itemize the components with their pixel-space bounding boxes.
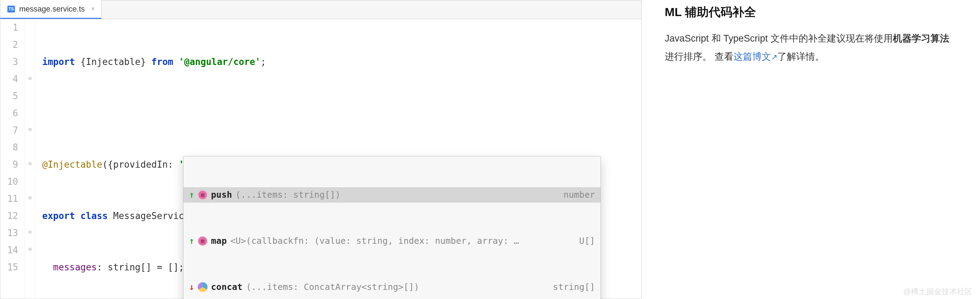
description-pane: ML 辅助代码补全 JavaScript 和 TypeScript 文件中的补全…: [642, 0, 980, 299]
ts-file-icon: TS: [6, 5, 16, 14]
rank-down-icon: ↓: [189, 280, 194, 295]
external-link-icon: ↗: [771, 53, 777, 61]
completion-item[interactable]: ↑ map<U>(callbackfn: (value: string, ind…: [183, 233, 601, 249]
line-num: 13: [0, 225, 18, 242]
blog-link[interactable]: 这篇博文↗: [733, 51, 777, 62]
line-num: 3: [0, 53, 18, 70]
completion-popup[interactable]: ↑ push(...items: string[]) number ↑ map<…: [183, 156, 601, 299]
code-body[interactable]: import {Injectable} from '@angular/core'…: [35, 19, 641, 299]
line-num: 1: [0, 19, 18, 36]
rank-up-icon: ↑: [189, 233, 194, 249]
fold-close-icon[interactable]: ⊟: [27, 160, 33, 166]
line-num: 11: [0, 190, 18, 208]
line-num: 6: [0, 105, 18, 122]
method-icon: [198, 282, 207, 292]
line-num: 2: [0, 36, 18, 53]
editor-pane: TS message.service.ts × 1 2 3 4 5 6 7 8 …: [0, 0, 642, 299]
side-body: JavaScript 和 TypeScript 文件中的补全建议现在将使用机器学…: [665, 29, 951, 66]
file-tab[interactable]: TS message.service.ts ×: [0, 0, 102, 19]
line-num: 4: [0, 70, 18, 88]
completion-item[interactable]: ↑ push(...items: string[]) number: [183, 187, 601, 203]
line-gutter: 1 2 3 4 5 6 7 8 9 10 11 12 13 14 15: [0, 19, 25, 299]
kw-import: import: [42, 57, 75, 67]
line-num: 8: [0, 139, 18, 156]
fold-column: ⊟ ⊟ ⊟ ⊟ ⊟ ⊟: [25, 19, 35, 299]
svg-text:TS: TS: [8, 6, 14, 11]
tab-bar: TS message.service.ts ×: [0, 0, 641, 19]
code-area[interactable]: 1 2 3 4 5 6 7 8 9 10 11 12 13 14 15 ⊟ ⊟ …: [0, 19, 641, 299]
fold-close-icon[interactable]: ⊟: [27, 229, 33, 235]
method-icon: [198, 236, 207, 246]
line-num: 10: [0, 173, 18, 190]
line-num: 14: [0, 242, 18, 259]
method-icon: [198, 190, 207, 200]
line-num: 12: [0, 208, 18, 225]
line-num: 5: [0, 88, 18, 105]
fold-icon[interactable]: ⊟: [27, 75, 33, 82]
line-num: 7: [0, 122, 18, 139]
completion-item[interactable]: ↓ concat(...items: ConcatArray<string>[]…: [183, 280, 601, 295]
watermark: @稀土掘金技术社区: [903, 286, 972, 297]
fold-icon[interactable]: ⊟: [27, 195, 33, 201]
fold-icon[interactable]: ⊟: [27, 126, 33, 133]
decorator: @Injectable: [42, 159, 102, 170]
rank-up-icon: ↑: [189, 187, 194, 203]
fold-close-icon[interactable]: ⊟: [27, 246, 33, 252]
line-num: 15: [0, 259, 18, 276]
side-title: ML 辅助代码补全: [665, 4, 980, 20]
line-num: 9: [0, 156, 18, 173]
close-icon[interactable]: ×: [91, 5, 95, 13]
tab-filename: message.service.ts: [19, 5, 85, 14]
